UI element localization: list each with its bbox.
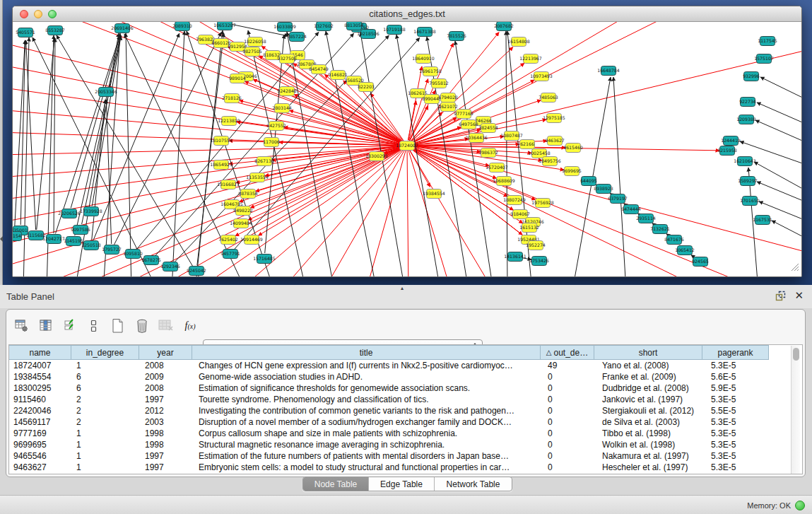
select-rows-icon[interactable] (61, 317, 78, 335)
graph-node[interactable]: 1621072 (438, 103, 458, 112)
graph-node[interactable]: 1095810 (123, 250, 143, 259)
graph-node[interactable]: 932996 (743, 72, 760, 81)
tab-network-table[interactable]: Network Table (434, 477, 512, 491)
graph-node[interactable]: 1795727 (102, 245, 122, 255)
graph-node[interactable]: 12042717 (42, 235, 65, 244)
graph-node[interactable]: 8938923 (594, 185, 613, 194)
graph-node[interactable]: 8215958 (717, 146, 737, 156)
graph-node[interactable]: 8498222 (233, 206, 253, 216)
row-height-icon[interactable] (86, 317, 102, 335)
graph-node[interactable]: 1589297 (738, 177, 758, 186)
close-panel-icon[interactable]: ✕ (794, 290, 804, 301)
graph-node[interactable]: 3824554 (478, 124, 498, 133)
graph-node[interactable]: 1292346 (160, 262, 180, 271)
graph-node[interactable]: 9457791 (220, 250, 240, 259)
graph-node[interactable]: 7815526 (447, 32, 466, 41)
graph-node[interactable]: 9327508 (277, 54, 297, 64)
graph-node[interactable]: 8427552 (266, 122, 286, 131)
graph-node[interactable]: 20691406 (111, 24, 134, 33)
graph-node[interactable]: 1701650 (740, 197, 760, 206)
graph-node[interactable]: 7485063 (539, 93, 558, 103)
column-header-in_degree[interactable]: in_degree (71, 345, 139, 360)
graph-node[interactable]: 1250518 (81, 241, 101, 250)
graph-node[interactable]: 7986372 (478, 148, 498, 158)
graph-node[interactable]: 6379197 (608, 194, 628, 204)
graph-node[interactable]: 9245042 (187, 267, 206, 276)
graph-node[interactable]: 8471676 (664, 235, 684, 245)
graph-node[interactable]: 989014 (229, 74, 246, 83)
table-row[interactable]: 911546021997Tourette syndrome. Phenomeno… (9, 394, 802, 405)
graph-node[interactable]: 1065412 (675, 246, 695, 255)
splitter-collapse-arrow-icon[interactable] (0, 236, 3, 242)
graph-node[interactable]: 1117545 (758, 37, 777, 46)
delete-table-icon[interactable] (158, 317, 175, 335)
graph-node[interactable]: 9474444 (621, 205, 641, 214)
graph-node[interactable]: 10914469 (240, 235, 263, 245)
graph-node[interactable]: 10688609 (493, 177, 515, 186)
graph-node[interactable]: 2087682 (494, 22, 514, 31)
graph-node[interactable]: 9777169 (454, 110, 473, 119)
column-header-name[interactable]: name (8, 345, 71, 360)
graph-node[interactable]: 13166827 (217, 180, 240, 189)
table-mode-icon[interactable] (13, 317, 30, 335)
graph-node[interactable]: 9242848 (277, 87, 297, 96)
table-scrollbar[interactable] (791, 346, 800, 474)
graph-node[interactable]: 2089310 (172, 22, 192, 31)
left-panel-splitter[interactable] (0, 0, 3, 285)
table-row[interactable]: 2242004622012Investigating the contribut… (9, 405, 802, 416)
graph-node[interactable]: 16033809 (273, 23, 296, 32)
graph-node[interactable]: 2803144 (272, 104, 292, 113)
graph-node[interactable]: 14671388 (413, 28, 436, 37)
graph-node[interactable]: 10973493 (530, 72, 553, 81)
graph-node[interactable]: 18107554 (210, 136, 233, 146)
graph-node[interactable]: 8454749 (309, 65, 329, 74)
graph-node[interactable]: 20364436 (465, 134, 488, 143)
graph-node[interactable]: 117006 (263, 138, 280, 147)
graph-node[interactable]: 62166 (520, 140, 535, 149)
table-scrollbar-thumb[interactable] (793, 348, 799, 361)
graph-node[interactable]: 7857224 (287, 33, 307, 42)
graph-node[interactable]: 18226058 (244, 37, 266, 47)
memory-indicator-icon[interactable] (795, 501, 805, 510)
column-header-year[interactable]: year (139, 345, 192, 360)
graph-node[interactable]: 2935114 (636, 214, 656, 223)
tab-node-table[interactable]: Node Table (303, 477, 368, 491)
graph-node[interactable]: 922734 (739, 98, 756, 107)
graph-node[interactable]: 6794028 (438, 93, 458, 103)
graph-node[interactable]: 1167531 (753, 216, 772, 225)
graph-node[interactable]: 12213967 (519, 54, 542, 64)
graph-node[interactable]: 8267130 (254, 157, 274, 166)
window-resize-grip[interactable] (789, 262, 799, 274)
graph-node[interactable]: 8813054 (344, 22, 364, 30)
show-columns-icon[interactable] (37, 317, 54, 335)
network-window-titlebar[interactable]: citations_edges.txt (13, 6, 801, 22)
graph-node[interactable]: 1678275 (141, 256, 161, 265)
graph-node[interactable]: 9827505 (242, 47, 262, 57)
graph-node[interactable]: 16961758 (419, 67, 442, 76)
table-row[interactable]: 1830029562008Estimation of significance … (9, 382, 802, 394)
graph-node[interactable]: 5405571 (16, 28, 35, 37)
graph-node[interactable]: 7955812 (429, 79, 449, 88)
graph-node[interactable]: 16210643 (734, 157, 756, 166)
graph-node[interactable]: 19756928 (531, 199, 554, 208)
graph-node[interactable]: 15720407 (486, 163, 508, 173)
table-row[interactable]: 1938455462009Genome-wide association stu… (9, 371, 802, 382)
graph-node[interactable]: 9699695 (562, 167, 582, 176)
graph-node[interactable]: 10653287 (213, 22, 236, 30)
graph-node[interactable]: 9463627 (545, 136, 565, 146)
graph-node[interactable]: 10807487 (500, 132, 523, 141)
graph-node[interactable]: 1575107 (754, 54, 774, 64)
table-row[interactable]: 1872400712008Changes of HCN gene express… (9, 360, 802, 371)
graph-node[interactable]: 16154808 (507, 37, 530, 47)
graph-node[interactable]: 2718126 (222, 94, 242, 103)
network-canvas[interactable]: 1872400718300295540557185532872069140620… (13, 22, 801, 276)
column-header-title[interactable]: title (192, 345, 541, 360)
graph-node[interactable]: 20206526 (58, 209, 81, 218)
graph-node[interactable]: 1753426 (529, 257, 549, 266)
function-builder-icon[interactable]: f(x) (182, 317, 199, 335)
graph-node[interactable]: 18495756 (539, 157, 561, 166)
graph-node[interactable]: 822203 (358, 83, 375, 92)
graph-node[interactable]: 924565 (692, 257, 709, 267)
graph-node[interactable]: 1615132 (519, 223, 539, 233)
graph-node[interactable]: 9097586 (71, 226, 90, 235)
